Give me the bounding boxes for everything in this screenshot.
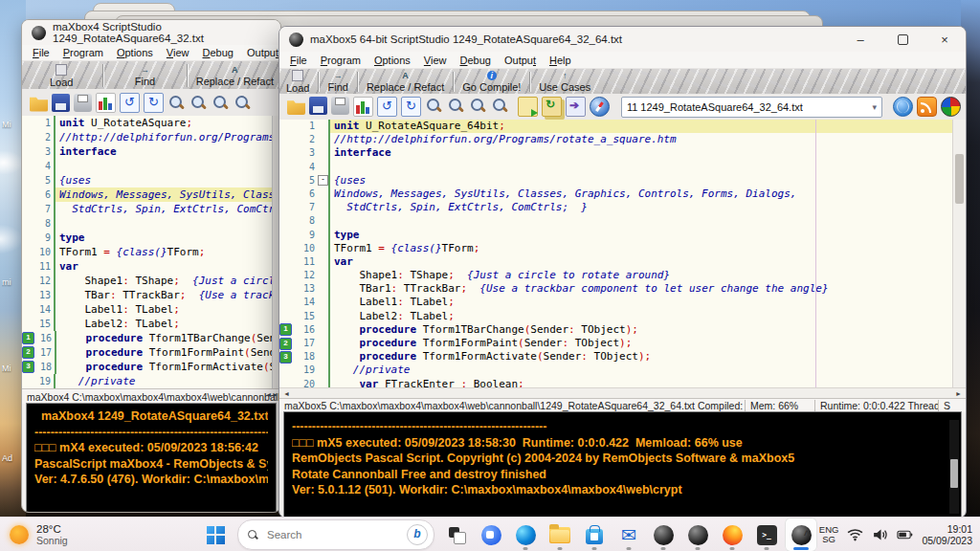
open-icon[interactable] (287, 97, 305, 115)
maxbox5-window[interactable]: maXbox5 64-bit ScriptStudio 1249_RotateA… (278, 26, 967, 518)
code-line: 116 procedure Tform1TBarChange(Sender: T… (22, 331, 280, 345)
status-scroll-arrows[interactable]: ◄► (265, 391, 278, 398)
taskbar-clock[interactable]: 19:01 05/09/2023 (922, 523, 972, 547)
maxbox4-output-console[interactable]: maXbox4 1249_RotateASquare64_32.txt Comp… (26, 403, 277, 513)
script-refresh-icon[interactable] (542, 97, 562, 117)
replace-icon: A (230, 65, 239, 75)
bing-icon[interactable]: b (407, 524, 428, 545)
store-taskbar-button[interactable] (578, 518, 611, 551)
start-button[interactable] (199, 518, 232, 551)
scrollbar-thumb[interactable] (955, 154, 964, 204)
search-input[interactable] (265, 528, 400, 541)
compass-icon[interactable] (590, 97, 610, 117)
code-line: 318 procedure Tform1FormActivate(Sender:… (22, 360, 280, 374)
save-icon[interactable] (52, 94, 70, 112)
load-button[interactable]: Load (279, 69, 316, 95)
rotate-right-icon[interactable] (401, 97, 421, 117)
find-button[interactable]: →Find (105, 61, 184, 90)
code-line: 10TForm1 = {class(}TForm; (279, 242, 953, 255)
scroll-right-icon[interactable]: ► (951, 390, 966, 397)
chart-icon[interactable] (353, 97, 373, 117)
maximize-button[interactable] (881, 27, 924, 52)
maxbox-taskbar-button[interactable] (681, 518, 714, 551)
zoom-pan-icon[interactable] (189, 94, 208, 112)
wifi-icon[interactable] (847, 528, 863, 541)
zoom-in-icon[interactable] (491, 97, 509, 115)
code-line: 116 procedure Tform1TBarChange(Sender: T… (279, 323, 953, 337)
menu-debug[interactable]: Debug (196, 46, 240, 59)
find-button[interactable]: →Find (321, 69, 354, 95)
terminal-taskbar-button[interactable]: >_ (750, 518, 783, 551)
taskbar-search[interactable]: b (237, 519, 434, 550)
explorer-taskbar-button[interactable] (544, 518, 576, 551)
maxbox4-code-editor[interactable]: 1unit U_RotateASquare;2//http://delphifo… (22, 116, 280, 388)
weather-widget[interactable]: 28°C Sonnig (10, 520, 68, 549)
menu-help[interactable]: Help (543, 54, 578, 67)
menu-program[interactable]: Program (314, 54, 368, 67)
rotate-right-icon[interactable] (144, 93, 164, 113)
zoom-icon[interactable] (425, 97, 443, 115)
mail-taskbar-button[interactable]: ✉ (612, 518, 645, 551)
open-icon[interactable] (30, 94, 48, 112)
toolbar-separator (357, 72, 358, 92)
script-selector-combo[interactable]: 11 1249_RotateASquare64_32_64.txt (621, 97, 882, 118)
maxbox4-window[interactable]: maXbox4 ScriptStudio 1249_RotateASquare6… (21, 19, 281, 513)
menu-output[interactable]: Output (498, 54, 543, 67)
menu-view[interactable]: View (160, 46, 196, 59)
toolbar-separator (453, 72, 454, 92)
menu-view[interactable]: View (417, 54, 454, 67)
chart-icon[interactable] (96, 93, 116, 113)
zoom-in-icon[interactable] (234, 94, 252, 112)
firefox-taskbar-button[interactable] (716, 518, 748, 551)
maxbox4-titlebar[interactable]: maXbox4 ScriptStudio 1249_RotateASquare6… (22, 20, 280, 45)
console-scrollbar[interactable] (949, 420, 959, 514)
menu-program[interactable]: Program (56, 46, 110, 59)
maxbox5-titlebar[interactable]: maXbox5 64-bit ScriptStudio 1249_RotateA… (279, 27, 966, 52)
close-button[interactable]: × (924, 27, 966, 52)
language-indicator[interactable]: ENG SG (819, 525, 839, 544)
volume-icon[interactable] (872, 528, 888, 541)
script-run-icon[interactable] (566, 97, 586, 117)
minimize-button[interactable]: – (839, 27, 881, 52)
scrollbar-thumb[interactable] (950, 459, 958, 488)
maxbox5-editor-vscrollbar[interactable] (952, 120, 966, 387)
script-insert-icon[interactable] (518, 97, 538, 117)
console-line: □□□ mX4 executed: 05/09/2023 18:56:42 (34, 440, 268, 456)
code-line: 19 //private (279, 364, 953, 377)
menu-options[interactable]: Options (110, 46, 160, 59)
maxbox5-output-console[interactable]: ----------------------------------------… (283, 411, 962, 518)
chat-taskbar-button[interactable] (475, 518, 507, 551)
print-icon[interactable] (74, 94, 92, 112)
fold-marker[interactable]: - (318, 175, 328, 186)
zoom-out-icon[interactable] (469, 97, 487, 115)
maxbox5-code-editor[interactable]: 1unit U_RotateASquare_64bit;2//http://de… (279, 120, 953, 387)
zoom-out-icon[interactable] (212, 94, 230, 112)
menu-debug[interactable]: Debug (454, 54, 498, 67)
save-icon[interactable] (309, 97, 327, 115)
menu-file[interactable]: File (26, 46, 56, 59)
maxbox-taskbar-button[interactable] (647, 518, 679, 551)
tray-chevron-icon[interactable]: ^ (804, 528, 811, 541)
edge-taskbar-button[interactable] (509, 518, 542, 551)
rotate-left-icon[interactable] (377, 97, 397, 117)
maxbox-logo-icon[interactable] (941, 97, 961, 117)
print-icon[interactable] (331, 97, 349, 115)
zoom-pan-icon[interactable] (447, 97, 465, 115)
replace-refact-button[interactable]: AReplace / Refact (360, 69, 451, 95)
rss-icon[interactable] (917, 97, 937, 117)
menu-file[interactable]: File (283, 54, 314, 67)
battery-icon[interactable] (897, 528, 913, 541)
menu-output[interactable]: Output (240, 46, 281, 59)
load-button[interactable]: Load (22, 61, 100, 90)
zoom-icon[interactable] (167, 94, 186, 112)
use-cases-button[interactable]: ↑Use Cases (532, 69, 597, 95)
globe-icon[interactable] (893, 97, 913, 117)
go-compile-button[interactable]: iGo Compile! (456, 69, 527, 95)
task-view-taskbar-button[interactable] (440, 518, 473, 551)
maxbox-icon (688, 525, 708, 545)
console-line: PascalScript maXbox4 - RemObjects & SynE… (34, 456, 268, 473)
scroll-left-icon[interactable]: ◄ (279, 390, 294, 397)
rotate-left-icon[interactable] (120, 93, 140, 113)
menu-options[interactable]: Options (368, 54, 417, 67)
replace-refact-button[interactable]: AReplace / Refact (189, 61, 280, 90)
